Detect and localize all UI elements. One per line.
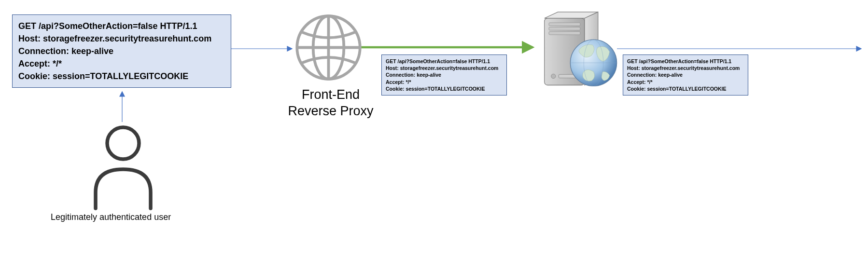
proxy-label-line1: Front-End [273,87,389,103]
svg-rect-9 [549,23,580,26]
request-line: GET /api?SomeOtherAction=false HTTP/1.1 [627,58,744,65]
request-line: GET /api?SomeOtherAction=false HTTP/1.1 [386,58,503,65]
request-header-connection: Connection: keep-alive [18,45,225,57]
globe-icon [294,13,364,82]
svg-rect-11 [549,32,580,35]
request-header-host: Host: storagefreezer.securitytreasurehun… [627,65,744,71]
arrow-request-to-proxy [231,45,296,52]
http-request-box-mid: GET /api?SomeOtherAction=false HTTP/1.1 … [381,55,507,95]
request-header-accept: Accept: */* [627,79,744,85]
svg-point-17 [107,127,139,159]
request-header-cookie: Cookie: session=TOTALLYLEGITCOOKIE [18,70,225,82]
request-header-connection: Connection: keep-alive [627,71,744,78]
arrow-user-to-request [117,88,127,124]
user-label: Legitimately authenticated user [51,212,171,222]
svg-rect-10 [549,27,580,30]
svg-point-12 [551,74,556,78]
request-header-connection: Connection: keep-alive [386,71,503,78]
diagram-canvas: GET /api?SomeOtherAction=false HTTP/1.1 … [0,0,868,259]
request-header-accept: Accept: */* [386,79,503,85]
web-server-icon [531,5,620,94]
request-line: GET /api?SomeOtherAction=false HTTP/1.1 [18,20,225,32]
request-header-host: Host: storagefreezer.securitytreasurehun… [386,65,503,71]
request-header-cookie: Cookie: session=TOTALLYLEGITCOOKIE [386,85,503,92]
request-header-accept: Accept: */* [18,57,225,70]
http-request-box-after-server: GET /api?SomeOtherAction=false HTTP/1.1 … [623,55,748,95]
request-header-cookie: Cookie: session=TOTALLYLEGITCOOKIE [627,85,744,92]
user-icon [87,121,159,212]
http-request-box-large: GET /api?SomeOtherAction=false HTTP/1.1 … [12,14,231,88]
arrow-server-outbound [617,45,866,52]
arrow-proxy-to-server [361,42,539,52]
proxy-label-line2: Reverse Proxy [273,103,389,120]
proxy-label: Front-End Reverse Proxy [273,87,389,120]
request-header-host: Host: storagefreezer.securitytreasurehun… [18,32,225,45]
